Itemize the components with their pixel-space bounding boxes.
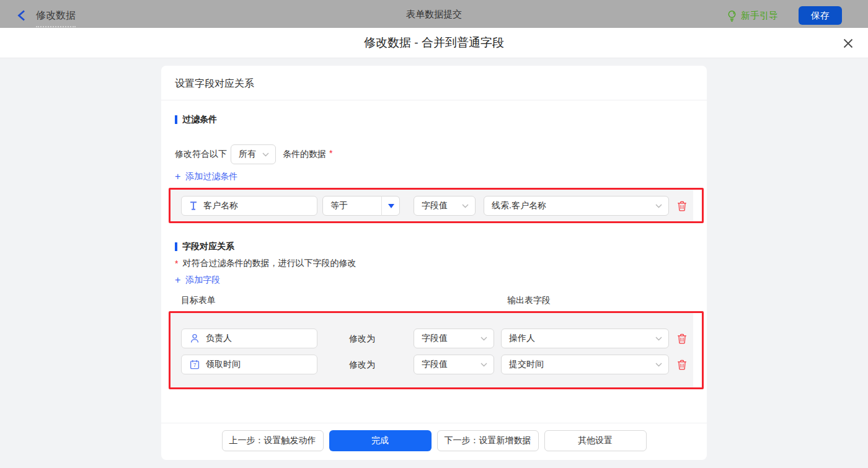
- value-type-select[interactable]: 字段值: [414, 355, 494, 374]
- save-button[interactable]: 保存: [799, 6, 842, 25]
- plus-icon: +: [175, 172, 180, 182]
- target-form-column-label: 目标表单: [181, 295, 216, 306]
- text-field-icon: [190, 201, 197, 210]
- close-icon[interactable]: [843, 38, 854, 49]
- mapping-description: * 对符合过滤条件的数据，进行以下字段的修改: [175, 258, 356, 269]
- value-type-select[interactable]: 字段值: [414, 196, 476, 216]
- section-accent-bar: [175, 242, 177, 251]
- card-title: 设置字段对应关系: [175, 77, 254, 91]
- trash-icon: [677, 333, 687, 344]
- delete-row-button[interactable]: [676, 358, 688, 371]
- dialog-title: 修改数据 - 合并到普通字段: [0, 28, 868, 58]
- filter-section-title: 过滤条件: [175, 114, 217, 125]
- caret-down-icon: [388, 204, 394, 208]
- done-button[interactable]: 完成: [329, 430, 432, 451]
- beginner-guide-label: 新手引导: [741, 10, 778, 22]
- dialog-header: 修改数据 - 合并到普通字段: [0, 28, 868, 58]
- mapping-rows-highlight: 负责人 修改为 字段值 操作人: [169, 311, 704, 389]
- page: 修改数据 表单数据提交 新手引导 保存 修改数据 - 合并到普通字段 设置字段对…: [0, 0, 868, 468]
- svg-text:7: 7: [193, 362, 197, 368]
- mapping-rows-panel: [170, 313, 693, 387]
- operator-select[interactable]: 等于: [322, 196, 400, 216]
- filter-field-input[interactable]: 客户名称: [181, 196, 317, 216]
- plus-icon: +: [175, 275, 180, 285]
- calendar-icon: 7: [190, 360, 200, 369]
- mapping-row: 负责人 修改为 字段值 操作人: [170, 329, 693, 348]
- topbar: 修改数据 表单数据提交 新手引导 保存: [0, 0, 868, 28]
- card-divider: [161, 100, 707, 100]
- match-prefix-label: 修改符合以下: [175, 149, 227, 160]
- operator-caret-button[interactable]: [381, 196, 400, 216]
- modify-to-label: 修改为: [349, 329, 375, 348]
- add-field-label: 添加字段: [185, 275, 220, 286]
- target-field-input[interactable]: 7 领取时间: [181, 355, 317, 374]
- required-mark: *: [329, 148, 332, 158]
- next-step-button[interactable]: 下一步：设置新增数据: [437, 430, 539, 451]
- other-settings-button[interactable]: 其他设置: [544, 430, 647, 451]
- output-field-select[interactable]: 提交时间: [501, 355, 669, 374]
- chevron-down-icon: [462, 204, 475, 208]
- match-suffix-label: 条件的数据: [283, 149, 326, 160]
- output-field-column-label: 输出表字段: [507, 295, 551, 306]
- filter-row-highlight: 客户名称 等于 字段值 线索.客户名称: [169, 188, 704, 223]
- value-select[interactable]: 线索.客户名称: [484, 196, 669, 216]
- footer-actions: 上一步：设置触发动作 完成 下一步：设置新增数据 其他设置: [161, 430, 707, 451]
- chevron-down-icon: [480, 337, 494, 341]
- output-field-select[interactable]: 操作人: [501, 329, 669, 348]
- target-field-input[interactable]: 负责人: [181, 329, 317, 348]
- add-filter-condition-link[interactable]: + 添加过滤条件: [175, 171, 237, 182]
- user-icon: [190, 333, 200, 343]
- mapping-row: 7 领取时间 修改为 字段值 提交时间: [170, 355, 693, 374]
- delete-row-button[interactable]: [676, 200, 688, 212]
- chevron-down-icon: [655, 204, 668, 208]
- delete-row-button[interactable]: [676, 332, 688, 345]
- add-field-link[interactable]: + 添加字段: [175, 275, 220, 286]
- prev-step-button[interactable]: 上一步：设置触发动作: [222, 430, 324, 451]
- chevron-down-icon: [480, 363, 494, 367]
- chevron-down-icon: [655, 363, 668, 367]
- chevron-down-icon: [262, 152, 275, 157]
- trash-icon: [677, 360, 687, 370]
- lightbulb-icon: [727, 10, 737, 22]
- chevron-down-icon: [655, 337, 668, 341]
- trash-icon: [677, 201, 687, 211]
- section-accent-bar: [175, 115, 177, 124]
- value-type-select[interactable]: 字段值: [414, 329, 494, 348]
- footer-divider: [161, 423, 707, 423]
- match-mode-select[interactable]: 所有: [231, 144, 276, 164]
- required-mark: *: [175, 258, 178, 268]
- settings-card: 设置字段对应关系 过滤条件 修改符合以下 所有 条件的数据 * + 添加过滤条件: [161, 66, 707, 460]
- match-condition-row: 修改符合以下 所有 条件的数据 *: [175, 144, 332, 164]
- beginner-guide-button[interactable]: 新手引导: [727, 9, 778, 22]
- add-filter-condition-label: 添加过滤条件: [185, 171, 237, 182]
- modify-to-label: 修改为: [349, 355, 375, 374]
- mapping-section-title: 字段对应关系: [175, 241, 234, 252]
